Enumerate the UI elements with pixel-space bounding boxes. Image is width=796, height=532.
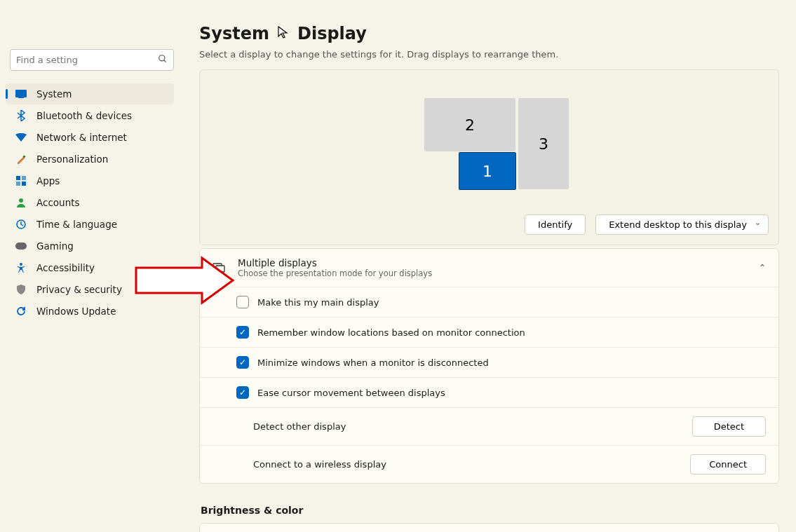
display-mode-dropdown[interactable]: Extend desktop to this display [595, 214, 769, 235]
nav-item-bluetooth[interactable]: Bluetooth & devices [6, 105, 174, 126]
svg-point-0 [159, 55, 165, 61]
network-icon [15, 132, 27, 143]
nav-label: Gaming [36, 240, 74, 252]
nav-item-network[interactable]: Network & internet [6, 127, 174, 148]
breadcrumb-parent[interactable]: System [199, 24, 269, 43]
multiple-displays-icon [213, 263, 225, 273]
nav-item-apps[interactable]: Apps [6, 170, 174, 191]
display-arrangement-canvas[interactable]: 2 3 1 [210, 77, 769, 210]
detect-display-row: Detect other display Detect [200, 407, 778, 445]
svg-rect-2 [15, 90, 27, 97]
nav-label: Apps [36, 175, 60, 186]
remember-locations-checkbox[interactable]: ✓ [236, 326, 249, 339]
update-icon [15, 306, 27, 317]
privacy-icon [15, 284, 27, 295]
nav-label: Network & internet [36, 132, 127, 143]
nav-label: Personalization [36, 154, 108, 165]
chevron-up-icon: ⌃ [759, 263, 766, 273]
display-tile-2[interactable]: 2 [424, 98, 515, 151]
svg-point-9 [19, 198, 23, 203]
main-display-checkbox[interactable] [236, 296, 249, 308]
nav-label: Privacy & security [36, 284, 122, 295]
nav-item-accessibility[interactable]: Accessibility [6, 257, 174, 278]
search-icon [158, 54, 168, 66]
display-arrangement-box: 2 3 1 Identify Extend desktop to this di… [199, 69, 779, 245]
minimize-windows-row[interactable]: ✓ Minimize windows when a monitor is dis… [200, 347, 778, 377]
nav-item-privacy[interactable]: Privacy & security [6, 279, 174, 300]
nav-list: System Bluetooth & devices Network & int… [6, 83, 174, 322]
ease-cursor-checkbox[interactable]: ✓ [236, 386, 249, 399]
identify-button[interactable]: Identify [525, 214, 586, 235]
nav-label: Bluetooth & devices [36, 110, 132, 121]
minimize-windows-label: Minimize windows when a monitor is disco… [257, 357, 766, 368]
nav-item-windows-update[interactable]: Windows Update [6, 301, 174, 322]
main-content: System Display Select a display to chang… [182, 0, 796, 532]
personalization-icon [15, 154, 27, 165]
brightness-section-label: Brightness & color [201, 505, 779, 516]
main-display-label: Make this my main display [257, 297, 766, 308]
ease-cursor-row[interactable]: ✓ Ease cursor movement between displays [200, 377, 778, 407]
nav-label: Accessibility [36, 262, 95, 273]
svg-rect-6 [22, 176, 26, 180]
wireless-display-label: Connect to a wireless display [253, 459, 386, 470]
svg-rect-5 [16, 176, 20, 180]
svg-rect-7 [16, 182, 20, 186]
nav-item-time-language[interactable]: Time & language [6, 214, 174, 235]
time-icon [15, 219, 27, 230]
nav-label: Time & language [36, 219, 117, 230]
breadcrumb-current: Display [297, 24, 367, 43]
remember-locations-label: Remember window locations based on monit… [257, 327, 766, 338]
breadcrumb: System Display [199, 24, 779, 43]
accessibility-icon [15, 262, 27, 273]
nav-label: Accounts [36, 197, 80, 208]
remember-locations-row[interactable]: ✓ Remember window locations based on mon… [200, 317, 778, 347]
svg-point-12 [20, 263, 22, 266]
connect-button[interactable]: Connect [690, 454, 766, 475]
gaming-icon [15, 240, 27, 252]
display-tile-1[interactable]: 1 [459, 152, 516, 190]
wireless-display-row: Connect to a wireless display Connect [200, 445, 778, 483]
page-subtitle: Select a display to change the settings … [199, 49, 779, 60]
svg-rect-3 [18, 97, 24, 98]
nav-item-accounts[interactable]: Accounts [6, 192, 174, 213]
svg-rect-11 [15, 243, 27, 250]
multiple-displays-header[interactable]: Multiple displays Choose the presentatio… [200, 249, 778, 287]
nav-item-system[interactable]: System [6, 83, 174, 104]
brightness-row[interactable]: Brightness Adjust the brightness of the … [199, 523, 779, 532]
svg-rect-14 [216, 266, 224, 272]
svg-rect-8 [22, 182, 26, 186]
bluetooth-icon [15, 110, 27, 121]
search-box[interactable] [10, 49, 174, 71]
nav-item-gaming[interactable]: Gaming [6, 236, 174, 257]
multiple-displays-expander: Multiple displays Choose the presentatio… [199, 248, 779, 484]
multiple-displays-desc: Choose the presentation mode for your di… [238, 268, 746, 278]
accounts-icon [15, 197, 27, 208]
detect-display-label: Detect other display [253, 421, 346, 432]
cursor-icon [278, 26, 289, 41]
minimize-windows-checkbox[interactable]: ✓ [236, 356, 249, 369]
nav-label: Windows Update [36, 306, 116, 317]
nav-label: System [36, 88, 72, 100]
sidebar: System Bluetooth & devices Network & int… [0, 0, 182, 532]
apps-icon [15, 175, 27, 186]
display-tile-3[interactable]: 3 [518, 98, 569, 189]
main-display-row[interactable]: Make this my main display [200, 287, 778, 317]
ease-cursor-label: Ease cursor movement between displays [257, 388, 766, 398]
nav-item-personalization[interactable]: Personalization [6, 149, 174, 170]
detect-button[interactable]: Detect [692, 416, 766, 437]
system-icon [15, 88, 27, 100]
svg-line-1 [164, 60, 166, 62]
search-input[interactable] [16, 55, 158, 65]
arrangement-controls: Identify Extend desktop to this display [210, 214, 769, 235]
multiple-displays-title: Multiple displays [238, 257, 746, 268]
